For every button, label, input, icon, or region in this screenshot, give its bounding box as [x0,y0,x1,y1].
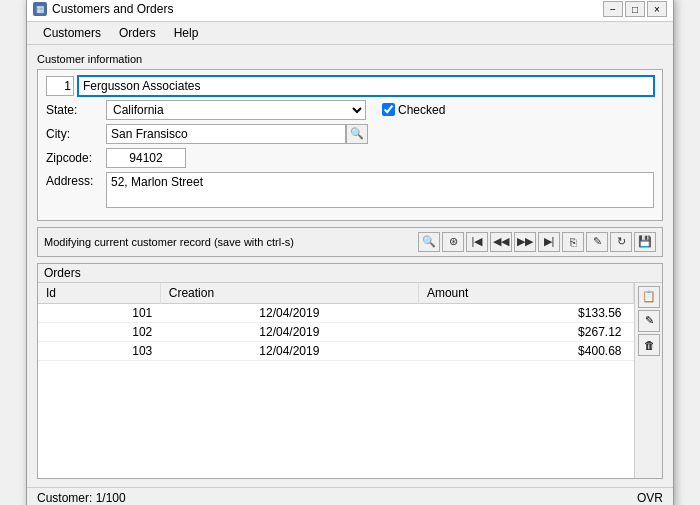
customer-name-field[interactable] [78,76,654,96]
minimize-button[interactable]: − [603,1,623,17]
state-row: State: California New York Texas Checked [46,100,654,120]
order-id: 101 [38,303,160,322]
zip-field[interactable] [106,148,186,168]
orders-section: Orders Id Creation Amount 101 1 [37,263,663,479]
order-creation: 12/04/2019 [160,322,418,341]
order-creation: 12/04/2019 [160,341,418,360]
order-amount: $400.68 [418,341,633,360]
city-row: City: 🔍 [46,124,654,144]
next-record-button[interactable]: ▶▶ [514,232,536,252]
add-order-button[interactable]: 📋 [638,286,660,308]
city-label: City: [46,127,106,141]
edit-button[interactable]: ✎ [586,232,608,252]
refresh-button[interactable]: ↻ [610,232,632,252]
city-field[interactable] [106,124,346,144]
window-title: Customers and Orders [52,2,173,16]
delete-order-button[interactable]: 🗑 [638,334,660,356]
search-toolbar-button[interactable]: 🔍 [418,232,440,252]
checked-checkbox[interactable] [382,103,395,116]
prev-record-button[interactable]: ◀◀ [490,232,512,252]
copy-button[interactable]: ⎘ [562,232,584,252]
menu-help[interactable]: Help [166,24,207,42]
close-button[interactable]: × [647,1,667,17]
menu-customers[interactable]: Customers [35,24,109,42]
zip-label: Zipcode: [46,151,106,165]
orders-header-row: Id Creation Amount [38,283,634,304]
id-name-row [46,76,654,96]
save-button[interactable]: 💾 [634,232,656,252]
titlebar-left: ▦ Customers and Orders [33,2,173,16]
last-record-button[interactable]: ▶| [538,232,560,252]
customer-info-label: Customer information [37,53,663,65]
toolbar-status-text: Modifying current customer record (save … [44,236,418,248]
col-creation: Creation [160,283,418,304]
city-input-group: 🔍 [106,124,368,144]
checked-row: Checked [382,103,445,117]
table-row[interactable]: 101 12/04/2019 $133.56 [38,303,634,322]
city-search-button[interactable]: 🔍 [346,124,368,144]
order-amount: $133.56 [418,303,633,322]
customer-status: Customer: 1/100 [37,491,126,505]
address-field[interactable]: 52, Marlon Street [106,172,654,208]
table-row[interactable]: 103 12/04/2019 $400.68 [38,341,634,360]
order-creation: 12/04/2019 [160,303,418,322]
orders-sidebar: 📋 ✎ 🗑 [634,283,662,478]
order-amount: $267.12 [418,322,633,341]
order-id: 102 [38,322,160,341]
state-select[interactable]: California New York Texas [106,100,366,120]
first-record-button[interactable]: |◀ [466,232,488,252]
restore-button[interactable]: □ [625,1,645,17]
table-row[interactable]: 102 12/04/2019 $267.12 [38,322,634,341]
customer-id-field[interactable] [46,76,74,96]
main-window: ▦ Customers and Orders − □ × Customers O… [26,0,674,505]
main-content: Customer information State: California N… [27,45,673,487]
order-id: 103 [38,341,160,360]
col-amount: Amount [418,283,633,304]
col-id: Id [38,283,160,304]
zip-row: Zipcode: [46,148,654,168]
menu-orders[interactable]: Orders [111,24,164,42]
orders-container: Id Creation Amount 101 12/04/2019 $133.5… [38,283,662,478]
customer-info-box: State: California New York Texas Checked… [37,69,663,221]
toolbar: Modifying current customer record (save … [37,227,663,257]
mode-status: OVR [637,491,663,505]
app-icon: ▦ [33,2,47,16]
orders-label: Orders [38,264,662,283]
orders-table-wrapper: Id Creation Amount 101 12/04/2019 $133.5… [38,283,634,478]
titlebar-controls: − □ × [603,1,667,17]
toolbar-buttons: 🔍 ⊛ |◀ ◀◀ ▶▶ ▶| ⎘ ✎ ↻ 💾 [418,232,656,252]
checked-label-text: Checked [398,103,445,117]
network-button[interactable]: ⊛ [442,232,464,252]
address-row: Address: 52, Marlon Street [46,172,654,208]
edit-order-button[interactable]: ✎ [638,310,660,332]
titlebar: ▦ Customers and Orders − □ × [27,0,673,22]
statusbar: Customer: 1/100 OVR [27,487,673,506]
state-label: State: [46,103,106,117]
orders-table: Id Creation Amount 101 12/04/2019 $133.5… [38,283,634,361]
address-label: Address: [46,172,106,188]
menubar: Customers Orders Help [27,22,673,45]
